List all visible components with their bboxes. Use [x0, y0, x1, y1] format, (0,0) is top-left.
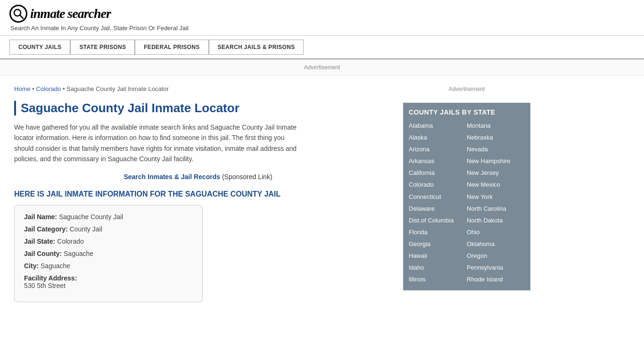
- state-link[interactable]: Arkansas: [409, 156, 467, 166]
- state-box: COUNTY JAILS BY STATE AlabamaAlaskaArizo…: [403, 103, 530, 290]
- jail-city-row: City: Saguache: [24, 262, 193, 270]
- state-link[interactable]: Florida: [409, 227, 467, 238]
- state-link[interactable]: New Jersey: [467, 168, 525, 178]
- svg-line-1: [20, 15, 23, 18]
- nav-buttons: COUNTY JAILS STATE PRISONS FEDERAL PRISO…: [9, 40, 635, 55]
- right-state-col: MontanaNebraskaNevadaNew HampshireNew Je…: [467, 121, 525, 285]
- breadcrumb-home[interactable]: Home: [14, 85, 31, 92]
- state-link[interactable]: Illinois: [409, 274, 467, 285]
- state-link[interactable]: Colorado: [409, 180, 467, 190]
- sponsored-label: (Sponsored Link): [222, 173, 272, 181]
- nav-search-jails[interactable]: SEARCH JAILS & PRISONS: [209, 40, 304, 55]
- jail-state-row: Jail State: Colorado: [24, 238, 193, 245]
- jail-state-label: Jail State:: [24, 238, 55, 245]
- content-area: Home • Colorado • Saguache County Jail I…: [0, 76, 396, 312]
- sidebar-ad: Advertisement: [403, 83, 530, 95]
- main-layout: Home • Colorado • Saguache County Jail I…: [0, 76, 644, 312]
- nav-federal-prisons[interactable]: FEDERAL PRISONS: [135, 40, 208, 55]
- state-link[interactable]: Connecticut: [409, 192, 467, 202]
- state-columns: AlabamaAlaskaArizonaArkansasCaliforniaCo…: [409, 121, 525, 285]
- jail-county-label: Jail County:: [24, 250, 62, 257]
- state-link[interactable]: Alaska: [409, 132, 467, 143]
- jail-county-val: Saguache: [64, 250, 93, 257]
- header: inmate searcher Search An Inmate In Any …: [0, 0, 644, 36]
- logo-icon: [9, 5, 27, 23]
- info-heading: HERE IS JAIL INMATE INFORMATION FOR THE …: [14, 190, 382, 198]
- state-link[interactable]: Delaware: [409, 204, 467, 214]
- jail-category-label: Jail Category:: [24, 225, 68, 233]
- state-link[interactable]: California: [409, 168, 467, 178]
- jail-address-value: 530 5th Street: [24, 282, 193, 289]
- tagline: Search An Inmate In Any County Jail, Sta…: [10, 25, 635, 32]
- jail-category-row: Jail Category: County Jail: [24, 225, 193, 233]
- state-link[interactable]: Dist.of Columbia: [409, 215, 467, 226]
- jail-address-label: Facility Address:: [24, 274, 77, 282]
- page-title: Saguache County Jail Inmate Locator: [14, 101, 382, 115]
- state-link[interactable]: Montana: [467, 121, 525, 131]
- breadcrumb-state[interactable]: Colorado: [36, 85, 61, 92]
- state-link[interactable]: Pennsylvania: [467, 263, 525, 273]
- sponsored-link-area: Search Inmates & Jail Records (Sponsored…: [14, 173, 382, 181]
- state-link[interactable]: New York: [467, 192, 525, 202]
- state-link[interactable]: Idaho: [409, 263, 467, 273]
- logo-area: inmate searcher: [9, 5, 635, 23]
- state-link[interactable]: Georgia: [409, 239, 467, 249]
- jail-city-val: Saguache: [41, 262, 70, 270]
- state-box-title: COUNTY JAILS BY STATE: [409, 108, 525, 116]
- sponsored-link[interactable]: Search Inmates & Jail Records: [124, 173, 220, 181]
- jail-city-label: City:: [24, 262, 39, 270]
- nav-state-prisons[interactable]: STATE PRISONS: [70, 40, 135, 55]
- jail-info-box: Jail Name: Saguache County Jail Jail Cat…: [14, 205, 203, 302]
- state-link[interactable]: Rhode Island: [467, 274, 525, 285]
- state-link[interactable]: Hawaii: [409, 251, 467, 261]
- description-text: We have gathered for you all the availab…: [14, 122, 297, 165]
- state-link[interactable]: Oklahoma: [467, 239, 525, 249]
- state-link[interactable]: New Hampshire: [467, 156, 525, 166]
- ad-banner: Advertisement: [0, 59, 644, 76]
- navigation: COUNTY JAILS STATE PRISONS FEDERAL PRISO…: [0, 36, 644, 59]
- jail-cat-val: County Jail: [69, 225, 102, 233]
- jail-address-row: Facility Address: 530 5th Street: [24, 274, 193, 289]
- state-link[interactable]: Alabama: [409, 121, 467, 131]
- nav-county-jails[interactable]: COUNTY JAILS: [9, 40, 70, 55]
- jail-name-val: Saguache County Jail: [59, 213, 123, 221]
- breadcrumb: Home • Colorado • Saguache County Jail I…: [14, 85, 382, 92]
- state-link[interactable]: North Dakota: [467, 215, 525, 226]
- jail-name-row: Jail Name: Saguache County Jail: [24, 213, 193, 221]
- state-link[interactable]: Oregon: [467, 251, 525, 261]
- state-link[interactable]: New Mexico: [467, 180, 525, 190]
- state-link[interactable]: North Carolina: [467, 204, 525, 214]
- state-link[interactable]: Arizona: [409, 144, 467, 155]
- state-link[interactable]: Nebraska: [467, 132, 525, 143]
- jail-county-row: Jail County: Saguache: [24, 250, 193, 257]
- jail-state-val: Colorado: [57, 238, 84, 245]
- logo-text: inmate searcher: [30, 6, 111, 21]
- jail-name-label: Jail Name:: [24, 213, 57, 221]
- breadcrumb-current: Saguache County Jail Inmate Locator: [66, 85, 169, 92]
- state-link[interactable]: Ohio: [467, 227, 525, 238]
- state-link[interactable]: Nevada: [467, 144, 525, 155]
- left-state-col: AlabamaAlaskaArizonaArkansasCaliforniaCo…: [409, 121, 467, 285]
- sidebar: Advertisement COUNTY JAILS BY STATE Alab…: [396, 76, 537, 312]
